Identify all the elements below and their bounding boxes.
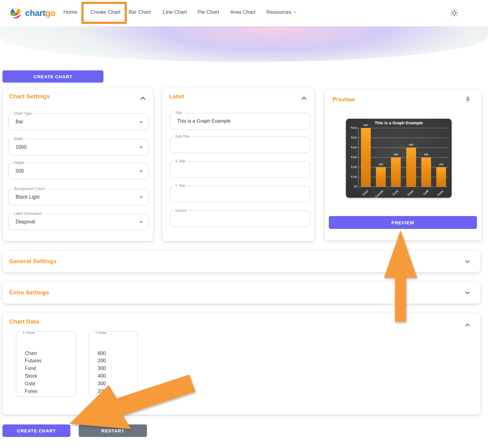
create-chart-top-button[interactable]: CREATE CHART bbox=[2, 70, 103, 83]
preview-bar bbox=[361, 128, 371, 187]
preview-gridline bbox=[358, 187, 449, 187]
background-colour-value: Black Light bbox=[16, 189, 39, 205]
preview-x-tick-label: Gold bbox=[413, 189, 429, 198]
preview-x-tick-label: Futures bbox=[368, 189, 384, 198]
dropdown-caret-icon bbox=[139, 147, 143, 149]
preview-bar bbox=[376, 167, 386, 187]
preview-y-tick-label: ₹0 bbox=[346, 185, 357, 188]
preview-bar-value-label: 200 bbox=[434, 163, 449, 166]
brand-logo[interactable]: chartgo bbox=[9, 5, 55, 21]
preview-bar bbox=[436, 167, 446, 187]
general-settings-heading: General Settings bbox=[9, 258, 56, 265]
x-value-label: X Value bbox=[21, 329, 36, 337]
source-label: Source bbox=[174, 208, 188, 213]
x-title-input[interactable]: X Title bbox=[170, 161, 310, 178]
label-collapse-button[interactable] bbox=[300, 94, 308, 102]
height-select[interactable]: Height 500 bbox=[9, 163, 149, 179]
label-orientation-value: Diagonal bbox=[16, 214, 35, 230]
resources-label: Resources bbox=[266, 9, 291, 15]
y-data-label: Y Data bbox=[94, 329, 108, 337]
restart-button[interactable]: RESTART bbox=[79, 424, 147, 437]
preview-y-tick-label: ₹600 bbox=[346, 126, 357, 129]
preview-bar-value-label: 200 bbox=[373, 163, 388, 166]
x-title-label: X Title bbox=[174, 159, 187, 163]
preview-chart-image: This is a Graph Example ₹0₹100₹200₹300₹4… bbox=[346, 119, 452, 198]
pin-button[interactable] bbox=[464, 96, 472, 104]
general-settings-expand-button[interactable] bbox=[464, 258, 472, 266]
preview-bar-value-label: 600 bbox=[358, 124, 373, 127]
preview-heading: Preview bbox=[332, 96, 355, 103]
general-settings-panel: General Settings bbox=[2, 251, 480, 272]
extra-settings-heading: Extra Settings bbox=[9, 289, 49, 296]
preview-bar bbox=[406, 147, 416, 187]
title-input[interactable]: Title This is a Graph Example bbox=[170, 113, 310, 129]
preview-x-tick-label: Chart bbox=[353, 189, 369, 198]
nav-item-pie-chart[interactable]: Pie Chart bbox=[197, 9, 219, 15]
chevron-down-icon bbox=[464, 289, 471, 297]
sub-title-input[interactable]: Sub Title bbox=[170, 136, 310, 153]
nav-item-home[interactable]: Home bbox=[63, 9, 77, 15]
preview-bar-value-label: 300 bbox=[419, 153, 434, 156]
preview-gridline bbox=[358, 128, 449, 128]
nav-item-line-chart[interactable]: Line Chart bbox=[163, 9, 187, 15]
preview-gridline bbox=[358, 177, 449, 177]
preview-gridline bbox=[358, 138, 449, 138]
width-select[interactable]: Width 1000 bbox=[9, 139, 149, 155]
brand-word-go: go bbox=[45, 8, 55, 18]
extra-settings-panel: Extra Settings bbox=[2, 282, 480, 304]
y-data-textarea[interactable]: Y Data 600 200 300 400 300 200 bbox=[89, 331, 138, 397]
y-title-input[interactable]: Y Title bbox=[170, 186, 310, 202]
preview-button[interactable]: PREVIEW bbox=[329, 216, 477, 229]
chart-data-collapse-button[interactable] bbox=[464, 321, 472, 329]
preview-y-tick-label: ₹400 bbox=[346, 146, 357, 149]
chevron-down-icon bbox=[293, 9, 297, 15]
chart-settings-heading: Chart Settings bbox=[9, 93, 50, 100]
arrow-pointing-to-preview-button bbox=[384, 230, 417, 322]
preview-gridline bbox=[358, 147, 449, 148]
nav-item-area-chart[interactable]: Area Chart bbox=[230, 9, 255, 15]
extra-settings-expand-button[interactable] bbox=[464, 289, 472, 297]
sun-icon bbox=[450, 9, 459, 17]
preview-panel: Preview This is a Graph Example ₹0₹100₹2… bbox=[325, 89, 481, 241]
chart-settings-collapse-button[interactable] bbox=[139, 94, 147, 102]
preview-y-tick-label: ₹300 bbox=[346, 156, 357, 159]
width-value: 1000 bbox=[16, 139, 27, 155]
chartgo-create-chart-page: chartgo Home Create Chart Bar Chart Line… bbox=[0, 0, 488, 448]
preview-gridline bbox=[358, 157, 449, 158]
x-values-content: Chart Futures Fund Stock Gold Forex bbox=[25, 351, 41, 394]
label-orientation-select[interactable]: Label Orientation Diagonal bbox=[9, 214, 149, 230]
chartgo-logo-icon bbox=[9, 6, 23, 20]
nav-item-bar-chart[interactable]: Bar Chart bbox=[129, 9, 151, 15]
y-values-content: 600 200 300 400 300 200 bbox=[98, 351, 106, 394]
preview-bar-value-label: 300 bbox=[389, 153, 404, 156]
preview-x-tick-label: Fund bbox=[383, 189, 399, 198]
preview-gridline bbox=[358, 167, 449, 167]
chart-type-select[interactable]: Chart Type Bar bbox=[9, 114, 149, 130]
y-title-label: Y Title bbox=[174, 184, 187, 188]
chart-type-value: Bar bbox=[16, 114, 23, 130]
background-colour-select[interactable]: Background Colour Black Light bbox=[9, 189, 149, 205]
brand-wordmark: chartgo bbox=[25, 8, 55, 18]
dropdown-caret-icon bbox=[139, 221, 143, 223]
brand-word-chart: chart bbox=[25, 8, 45, 18]
dropdown-caret-icon bbox=[139, 121, 143, 123]
preview-bar bbox=[391, 157, 401, 187]
theme-toggle-button[interactable] bbox=[450, 9, 459, 17]
preview-bar-value-label: 400 bbox=[404, 143, 419, 146]
dropdown-caret-icon bbox=[139, 170, 143, 173]
nav-item-create-chart[interactable]: Create Chart bbox=[91, 9, 120, 15]
preview-y-tick-label: ₹500 bbox=[346, 136, 357, 139]
preview-x-tick-label: Forex bbox=[428, 189, 444, 198]
chevron-down-icon bbox=[464, 258, 471, 265]
navbar: chartgo Home Create Chart Bar Chart Line… bbox=[0, 0, 488, 26]
source-input[interactable]: Source bbox=[170, 211, 310, 227]
create-chart-bottom-button[interactable]: CREATE CHART bbox=[2, 424, 70, 437]
nav-item-resources[interactable]: Resources bbox=[266, 9, 297, 15]
chevron-up-icon bbox=[464, 321, 471, 329]
x-value-textarea[interactable]: X Value Chart Futures Fund Stock Gold Fo… bbox=[16, 331, 76, 397]
chevron-up-icon bbox=[139, 94, 147, 102]
hero-gradient-banner bbox=[0, 26, 488, 62]
preview-x-tick-label: Stock bbox=[398, 189, 414, 198]
title-value: This is a Graph Example bbox=[177, 113, 231, 129]
dropdown-caret-icon bbox=[139, 196, 143, 199]
